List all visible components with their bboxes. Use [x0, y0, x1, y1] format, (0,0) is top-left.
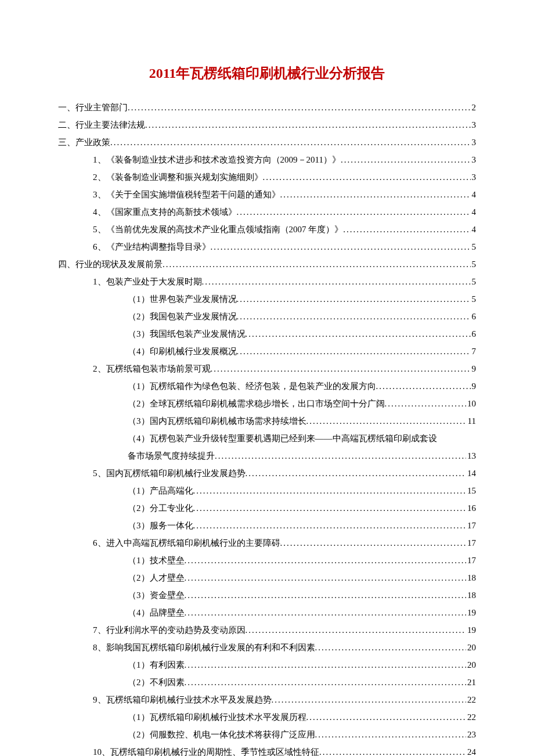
toc-entry: （2）伺服数控、机电一体化技术将获得广泛应用23 — [58, 726, 476, 743]
toc-leader-dots — [145, 116, 471, 134]
toc-entry-label: 6、进入中高端瓦楞纸箱印刷机械行业的主要障碍 — [93, 534, 280, 552]
toc-entry-label: （2）全球瓦楞纸箱印刷机械需求稳步增长，出口市场空间十分广阔 — [128, 395, 385, 412]
toc-entry-label: 一、行业主管部门 — [58, 99, 128, 116]
toc-leader-dots — [202, 273, 471, 290]
toc-entry: 10、瓦楞纸箱印刷机械行业的周期性、季节性或区域性特征24 — [58, 743, 476, 756]
toc-entry-page: 3 — [471, 168, 477, 186]
toc-entry-label: （2）我国包装产业发展情况 — [128, 308, 237, 325]
toc-entry-page: 3 — [471, 151, 477, 168]
toc-entry-label: 2、瓦楞纸箱包装市场前景可观 — [93, 360, 211, 377]
toc-leader-dots — [246, 325, 471, 343]
toc-entry: （1）产品高端化15 — [58, 482, 476, 499]
toc-entry-label: 2、《装备制造业调整和振兴规划实施细则》 — [93, 168, 263, 186]
toc-leader-dots — [306, 708, 467, 726]
toc-entry-label: （3）我国纸包装产业发展情况 — [128, 325, 246, 343]
toc-entry-label: 9、瓦楞纸箱印刷机械行业技术水平及发展趋势 — [93, 691, 272, 708]
toc-entry: 三、产业政策3 — [58, 134, 476, 151]
toc-leader-dots — [306, 412, 467, 430]
toc-leader-dots — [215, 447, 466, 465]
toc-leader-dots — [280, 534, 467, 552]
toc-leader-dots — [315, 726, 467, 743]
toc-entry-label: 三、产业政策 — [58, 134, 110, 151]
toc-entry-label: （1）瓦楞纸箱印刷机械行业技术水平发展历程 — [128, 708, 306, 726]
toc-entry: （3）国内瓦楞纸箱印刷机械市场需求持续增长11 — [58, 412, 476, 430]
toc-entry-label: 5、国内瓦楞纸箱印刷机械行业发展趋势 — [93, 465, 246, 482]
toc-entry: （4）印刷机械行业发展概况7 — [58, 343, 476, 360]
toc-leader-dots — [185, 674, 467, 691]
toc-entry-page: 4 — [471, 203, 477, 221]
toc-leader-dots — [128, 99, 471, 116]
toc-entry-page: 4 — [471, 221, 477, 238]
toc-entry: 一、行业主管部门2 — [58, 99, 476, 116]
toc-entry-label: （4）印刷机械行业发展概况 — [128, 343, 237, 360]
toc-entry-page: 18 — [466, 569, 476, 586]
toc-entry-label: 8、影响我国瓦楞纸箱印刷机械行业发展的有利和不利因素 — [93, 639, 315, 656]
toc-entry: 1、《装备制造业技术进步和技术改造投资方向（2009－2011）》3 — [58, 151, 476, 168]
toc-entry-label: （3）服务一体化 — [128, 517, 193, 534]
toc-entry: 6、《产业结构调整指导目录》5 — [58, 238, 476, 255]
toc-leader-dots — [211, 238, 471, 255]
toc-entry: （3）服务一体化17 — [58, 517, 476, 534]
toc-leader-dots — [237, 343, 471, 360]
toc-entry-page: 14 — [466, 465, 476, 482]
table-of-contents: 一、行业主管部门2二、行业主要法律法规3三、产业政策31、《装备制造业技术进步和… — [58, 99, 476, 756]
toc-leader-dots — [185, 552, 467, 569]
toc-entry-page: 4 — [471, 186, 477, 203]
toc-entry-page: 11 — [467, 412, 476, 430]
toc-entry-page: 5 — [471, 290, 477, 308]
toc-entry: （2）全球瓦楞纸箱印刷机械需求稳步增长，出口市场空间十分广阔10 — [58, 395, 476, 412]
toc-entry: 7、行业利润水平的变动趋势及变动原因19 — [58, 621, 476, 639]
toc-entry-page: 20 — [466, 656, 476, 674]
toc-entry-label: （1）产品高端化 — [128, 482, 193, 499]
toc-entry-label: （2）分工专业化 — [128, 499, 193, 517]
toc-entry-label: 10、瓦楞纸箱印刷机械行业的周期性、季节性或区域性特征 — [93, 743, 319, 756]
toc-entry-page: 10 — [466, 395, 476, 412]
toc-entry: 四、行业的现状及发展前景5 — [58, 255, 476, 273]
toc-entry: 6、进入中高端瓦楞纸箱印刷机械行业的主要障碍17 — [58, 534, 476, 552]
toc-entry: （1）瓦楞纸箱印刷机械行业技术水平发展历程22 — [58, 708, 476, 726]
toc-leader-dots — [315, 639, 467, 656]
toc-entry-label: 5、《当前优先发展的高技术产业化重点领域指南（2007 年度）》 — [93, 221, 343, 238]
toc-leader-dots — [237, 308, 471, 325]
toc-leader-dots — [237, 203, 471, 221]
toc-leader-dots — [343, 221, 470, 238]
toc-leader-dots — [163, 255, 471, 273]
toc-leader-dots — [193, 517, 467, 534]
toc-leader-dots — [246, 621, 467, 639]
toc-entry-label: 7、行业利润水平的变动趋势及变动原因 — [93, 621, 246, 639]
toc-entry: （2）分工专业化16 — [58, 499, 476, 517]
toc-entry-page: 5 — [471, 273, 477, 290]
toc-entry-page: 17 — [466, 534, 476, 552]
toc-leader-dots — [193, 482, 467, 499]
toc-entry-page: 2 — [471, 99, 477, 116]
toc-leader-dots — [246, 465, 467, 482]
toc-entry-page: 19 — [466, 604, 476, 621]
toc-entry-label: 6、《产业结构调整指导目录》 — [93, 238, 211, 255]
toc-leader-dots — [211, 360, 471, 377]
toc-entry-page: 23 — [466, 726, 476, 743]
document-title: 2011年瓦楞纸箱印刷机械行业分析报告 — [58, 64, 476, 82]
toc-entry: （1）有利因素20 — [58, 656, 476, 674]
toc-entry-label: （2）伺服数控、机电一体化技术将获得广泛应用 — [128, 726, 315, 743]
toc-leader-dots — [280, 186, 471, 203]
toc-leader-dots — [193, 499, 467, 517]
toc-entry-label: （4）品牌壁垒 — [128, 604, 185, 621]
toc-entry-label: （1）技术壁垒 — [128, 552, 185, 569]
toc-leader-dots — [385, 395, 467, 412]
toc-entry-page: 15 — [466, 482, 476, 499]
toc-entry-page: 17 — [466, 552, 476, 569]
toc-entry: （1）世界包装产业发展情况5 — [58, 290, 476, 308]
toc-entry: （1）技术壁垒17 — [58, 552, 476, 569]
toc-entry: （3）我国纸包装产业发展情况6 — [58, 325, 476, 343]
toc-leader-dots — [319, 743, 466, 756]
toc-entry-page: 13 — [466, 447, 476, 465]
toc-entry: 3、《关于全国实施增值税转型若干问题的通知》4 — [58, 186, 476, 203]
toc-entry-page: 22 — [466, 708, 476, 726]
toc-leader-dots — [263, 168, 471, 186]
toc-leader-dots — [237, 290, 471, 308]
toc-entry-page: 16 — [466, 499, 476, 517]
toc-entry-page: 5 — [471, 238, 477, 255]
toc-entry: （2）不利因素21 — [58, 674, 476, 691]
toc-entry-page: 3 — [471, 134, 477, 151]
toc-entry-label: 四、行业的现状及发展前景 — [58, 255, 163, 273]
